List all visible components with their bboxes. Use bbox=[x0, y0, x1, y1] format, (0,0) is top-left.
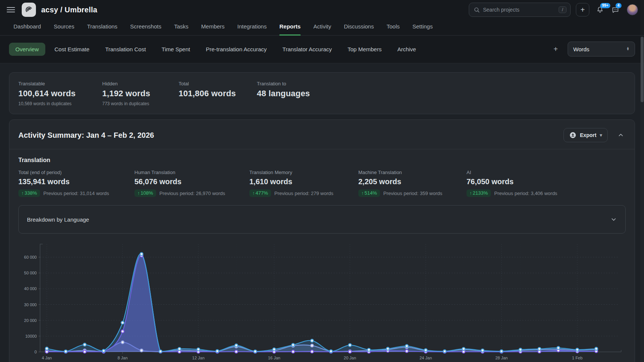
nav-item-activity[interactable]: Activity bbox=[313, 19, 331, 35]
top-bar: acsy / Umbrella / + 99+ 4 bbox=[0, 0, 644, 19]
page-scrollbar[interactable] bbox=[640, 0, 644, 362]
unit-select[interactable]: Words ▲▼ bbox=[568, 42, 635, 57]
nav-item-translations[interactable]: Translations bbox=[87, 19, 117, 35]
chevron-up-icon bbox=[617, 132, 624, 139]
stat-label: Translation to bbox=[257, 81, 310, 86]
tab-top-members[interactable]: Top Members bbox=[341, 43, 388, 56]
nav-item-tools[interactable]: Tools bbox=[386, 19, 400, 35]
svg-text:20 000: 20 000 bbox=[24, 318, 37, 323]
caret-down-icon: ▾ bbox=[600, 133, 602, 138]
previous-period: Previous period: 26,970 words bbox=[160, 191, 225, 196]
stat-translatable: Translatable 100,614 words 10,569 words … bbox=[18, 81, 102, 106]
metric-label: Total (end of period) bbox=[18, 170, 134, 175]
metric-translation-memory: Translation Memory 1,610 words ↑477% Pre… bbox=[249, 170, 358, 197]
tab-archive[interactable]: Archive bbox=[391, 43, 422, 56]
metric-value: 76,050 words bbox=[467, 177, 557, 186]
breakdown-label: Breakdown by Language bbox=[27, 216, 89, 223]
svg-text:4 Jan: 4 Jan bbox=[42, 356, 52, 360]
scrollbar-thumb[interactable] bbox=[641, 37, 644, 102]
tab-cost-estimate[interactable]: Cost Estimate bbox=[48, 43, 96, 56]
metric-label: Machine Translation bbox=[358, 170, 467, 175]
user-avatar[interactable] bbox=[627, 4, 638, 15]
svg-text:16 Jan: 16 Jan bbox=[268, 356, 280, 360]
menu-button[interactable] bbox=[7, 7, 15, 12]
metric-value: 2,205 words bbox=[358, 177, 467, 186]
nav-item-screenshots[interactable]: Screenshots bbox=[130, 19, 161, 35]
metric-value: 1,610 words bbox=[249, 177, 358, 186]
activity-chart: 01000020 00030 00040 00050 00060 0004 Ja… bbox=[18, 239, 626, 362]
stat-total: Total 101,806 words bbox=[179, 81, 257, 106]
tab-pre-translation-accuracy[interactable]: Pre-translation Accuracy bbox=[200, 43, 273, 56]
search-box[interactable]: / bbox=[469, 3, 571, 17]
add-report-button[interactable]: + bbox=[550, 43, 562, 55]
tab-overview[interactable]: Overview bbox=[9, 43, 45, 56]
page-content: Translatable 100,614 words 10,569 words … bbox=[0, 63, 644, 362]
previous-period: Previous period: 359 words bbox=[383, 191, 443, 196]
notifications-badge: 99+ bbox=[600, 3, 610, 8]
change-badge: ↑108% bbox=[134, 189, 156, 197]
app-logo[interactable] bbox=[22, 3, 36, 17]
export-button[interactable]: Export ▾ bbox=[564, 128, 608, 142]
change-badge: ↑477% bbox=[249, 189, 271, 197]
select-arrows-icon: ▲▼ bbox=[626, 47, 629, 51]
change-badge: ↑2133% bbox=[467, 189, 491, 197]
download-icon bbox=[569, 131, 577, 139]
metric-ai: AI 76,050 words ↑2133% Previous period: … bbox=[467, 170, 557, 197]
svg-text:8 Jan: 8 Jan bbox=[118, 356, 128, 360]
nav-item-dashboard[interactable]: Dashboard bbox=[13, 19, 41, 35]
nav-item-sources[interactable]: Sources bbox=[54, 19, 74, 35]
stat-sub: 773 words in duplicates bbox=[102, 101, 171, 106]
svg-text:0: 0 bbox=[34, 350, 37, 354]
breakdown-by-language-toggle[interactable]: Breakdown by Language bbox=[18, 205, 626, 234]
stat-sub: 10,569 words in duplicates bbox=[18, 101, 95, 106]
export-label: Export bbox=[580, 132, 596, 138]
svg-text:30 000: 30 000 bbox=[24, 302, 37, 307]
project-title: acsy / Umbrella bbox=[41, 6, 97, 14]
activity-title: Activity Summary: Jan 4 – Feb 2, 2026 bbox=[18, 131, 564, 140]
main-nav: Dashboard Sources Translations Screensho… bbox=[0, 19, 644, 36]
stat-label: Total bbox=[179, 81, 249, 86]
word-stats-card: Translatable 100,614 words 10,569 words … bbox=[9, 72, 635, 114]
activity-header: Activity Summary: Jan 4 – Feb 2, 2026 Ex… bbox=[18, 128, 626, 142]
svg-text:40 000: 40 000 bbox=[24, 286, 37, 291]
change-badge: ↑338% bbox=[18, 189, 40, 197]
stat-translation-to: Translation to 48 languages bbox=[257, 81, 318, 106]
up-arrow-icon: ↑ bbox=[252, 190, 255, 196]
svg-text:28 Jan: 28 Jan bbox=[495, 356, 508, 360]
svg-text:10000: 10000 bbox=[25, 334, 37, 338]
activity-chart-container: 01000020 00030 00040 00050 00060 0004 Ja… bbox=[18, 239, 626, 362]
svg-text:24 Jan: 24 Jan bbox=[419, 356, 432, 360]
messages-button[interactable]: 4 bbox=[611, 6, 619, 14]
tab-translator-accuracy[interactable]: Translator Accuracy bbox=[276, 43, 338, 56]
previous-period: Previous period: 3,406 words bbox=[494, 191, 557, 196]
reports-sub-nav: Overview Cost Estimate Translation Cost … bbox=[0, 36, 644, 63]
logo-bird-icon bbox=[24, 5, 33, 14]
tab-time-spent[interactable]: Time Spent bbox=[155, 43, 197, 56]
translation-metrics: Total (end of period) 135,941 words ↑338… bbox=[18, 170, 626, 197]
metric-human-translation: Human Translation 56,076 words ↑108% Pre… bbox=[134, 170, 249, 197]
create-project-button[interactable]: + bbox=[576, 3, 589, 16]
translation-section-title: Translation bbox=[18, 157, 626, 164]
tab-translation-cost[interactable]: Translation Cost bbox=[99, 43, 152, 56]
messages-badge: 4 bbox=[616, 3, 622, 8]
previous-period: Previous period: 31,014 words bbox=[43, 191, 109, 196]
activity-summary-card: Activity Summary: Jan 4 – Feb 2, 2026 Ex… bbox=[9, 119, 635, 362]
nav-item-reports[interactable]: Reports bbox=[279, 19, 301, 35]
nav-item-tasks[interactable]: Tasks bbox=[174, 19, 188, 35]
stat-label: Hidden bbox=[102, 81, 171, 86]
nav-item-settings[interactable]: Settings bbox=[412, 19, 432, 35]
nav-item-discussions[interactable]: Discussions bbox=[344, 19, 374, 35]
metric-machine-translation: Machine Translation 2,205 words ↑514% Pr… bbox=[358, 170, 467, 197]
stat-hidden: Hidden 1,192 words 773 words in duplicat… bbox=[102, 81, 179, 106]
search-shortcut-key: / bbox=[559, 6, 566, 13]
search-input[interactable] bbox=[483, 7, 556, 13]
metric-label: AI bbox=[467, 170, 557, 175]
metric-value: 56,076 words bbox=[134, 177, 249, 186]
nav-item-integrations[interactable]: Integrations bbox=[237, 19, 267, 35]
up-arrow-icon: ↑ bbox=[137, 190, 140, 196]
nav-item-members[interactable]: Members bbox=[201, 19, 225, 35]
notifications-button[interactable]: 99+ bbox=[596, 6, 604, 14]
stat-label: Translatable bbox=[18, 81, 95, 86]
collapse-section-button[interactable] bbox=[616, 130, 626, 140]
svg-text:20 Jan: 20 Jan bbox=[344, 356, 356, 360]
